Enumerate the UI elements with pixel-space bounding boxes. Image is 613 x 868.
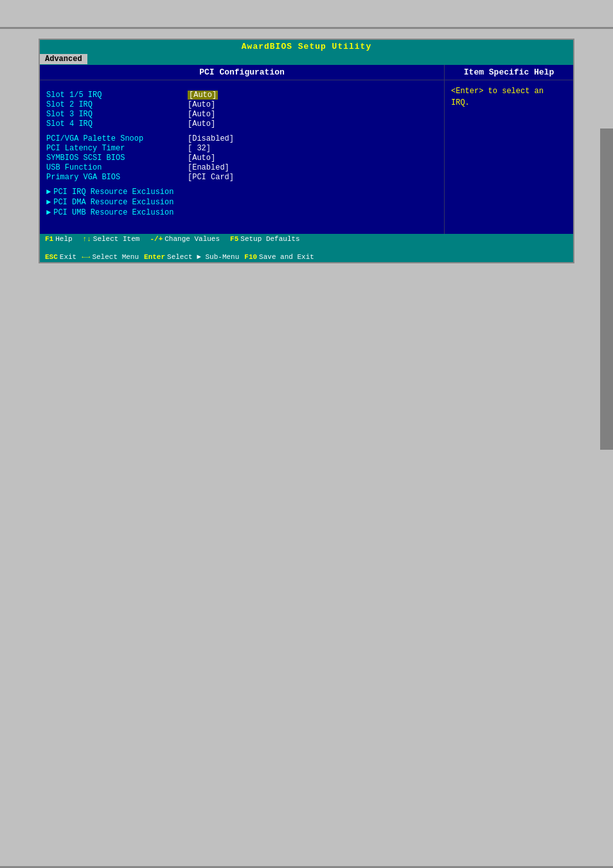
help-panel: <Enter> to select an IRQ. [445, 80, 573, 234]
bios-title-bar: AwardBIOS Setup Utility [40, 40, 573, 53]
submenu-irq[interactable]: ► PCI IRQ Resource Exclusion [46, 188, 438, 197]
arrow-icon-umb: ► [46, 208, 51, 217]
slot2-row: Slot 2 IRQ [Auto] [46, 100, 438, 109]
symbios-row: SYMBIOS SCSI BIOS [Auto] [46, 154, 438, 163]
status-enter: Enter Select ► Sub-Menu [144, 253, 239, 261]
help-text: <Enter> to select an IRQ. [451, 87, 544, 107]
status-f10-key: F10 [244, 253, 257, 261]
status-enter-key: Enter [144, 253, 165, 261]
slot1-row: Slot 1/5 IRQ [Auto] [46, 91, 438, 100]
status-arrows-desc: Select Item [93, 235, 140, 243]
status-f1: F1 Help [45, 235, 73, 243]
slot4-label: Slot 4 IRQ [46, 120, 188, 128]
vga-bios-value: [PCI Card] [188, 173, 234, 182]
slot3-label: Slot 3 IRQ [46, 110, 188, 119]
submenu-dma[interactable]: ► PCI DMA Resource Exclusion [46, 198, 438, 207]
status-f10: F10 Save and Exit [244, 253, 314, 261]
slot3-value: [Auto] [188, 110, 215, 119]
status-arrows-key: ↑↓ [83, 235, 91, 243]
latency-value: [ 32] [188, 144, 211, 153]
submenu-umb[interactable]: ► PCI UMB Resource Exclusion [46, 208, 438, 217]
settings-panel: Slot 1/5 IRQ [Auto] Slot 2 IRQ [Auto] Sl… [40, 80, 445, 234]
help-title: Item Specific Help [445, 65, 573, 80]
status-change: -/+ Change Values [150, 235, 220, 243]
status-esc-key: ESC [45, 253, 58, 261]
status-enter-desc: Select ► Sub-Menu [167, 253, 239, 261]
slot4-row: Slot 4 IRQ [Auto] [46, 120, 438, 128]
vga-palette-row: PCI/VGA Palette Snoop [Disabled] [46, 134, 438, 143]
slot4-value: [Auto] [188, 120, 215, 128]
status-esc-desc: Exit [60, 253, 76, 261]
status-f1-desc: Help [55, 235, 72, 243]
status-esc: ESC Exit [45, 253, 76, 261]
slot3-row: Slot 3 IRQ [Auto] [46, 110, 438, 119]
bios-menu-bar: Advanced [40, 53, 573, 65]
vga-bios-row: Primary VGA BIOS [PCI Card] [46, 173, 438, 182]
arrow-icon-irq: ► [46, 188, 51, 197]
symbios-label: SYMBIOS SCSI BIOS [46, 154, 188, 163]
bios-title: AwardBIOS Setup Utility [242, 42, 371, 51]
usb-label: USB Function [46, 163, 188, 172]
latency-row: PCI Latency Timer [ 32] [46, 144, 438, 153]
symbios-value: [Auto] [188, 154, 215, 163]
slot2-value: [Auto] [188, 100, 215, 109]
status-lr: ←→ Select Menu [82, 253, 139, 261]
slot1-val-highlighted: [Auto] [188, 91, 218, 100]
bios-window: AwardBIOS Setup Utility Advanced PCI Con… [39, 39, 574, 263]
status-f5: F5 Setup Defaults [230, 235, 300, 243]
submenu-irq-label: PCI IRQ Resource Exclusion [53, 188, 173, 197]
usb-row: USB Function [Enabled] [46, 163, 438, 172]
status-change-key: -/+ [150, 235, 163, 243]
slot1-label: Slot 1/5 IRQ [46, 91, 188, 100]
right-sidebar [600, 128, 613, 450]
top-divider [0, 27, 613, 29]
status-lr-desc: Select Menu [92, 253, 139, 261]
status-change-desc: Change Values [164, 235, 220, 243]
section-title: PCI Configuration [40, 65, 445, 80]
usb-value: [Enabled] [188, 163, 229, 172]
arrow-icon-dma: ► [46, 198, 51, 207]
vga-palette-label: PCI/VGA Palette Snoop [46, 134, 188, 143]
slot2-label: Slot 2 IRQ [46, 100, 188, 109]
latency-label: PCI Latency Timer [46, 144, 188, 153]
menu-item-advanced[interactable]: Advanced [40, 54, 87, 64]
status-f5-key: F5 [230, 235, 238, 243]
status-lr-key: ←→ [82, 253, 90, 261]
submenu-umb-label: PCI UMB Resource Exclusion [53, 208, 173, 217]
slot1-value: [Auto] [188, 91, 218, 100]
status-f10-desc: Save and Exit [259, 253, 314, 261]
status-arrows: ↑↓ Select Item [83, 235, 140, 243]
submenu-dma-label: PCI DMA Resource Exclusion [53, 198, 173, 207]
status-bar: F1 Help ↑↓ Select Item -/+ Change Values… [40, 234, 573, 262]
vga-palette-value: [Disabled] [188, 134, 234, 143]
status-f1-key: F1 [45, 235, 53, 243]
status-f5-desc: Setup Defaults [240, 235, 299, 243]
vga-bios-label: Primary VGA BIOS [46, 173, 188, 182]
